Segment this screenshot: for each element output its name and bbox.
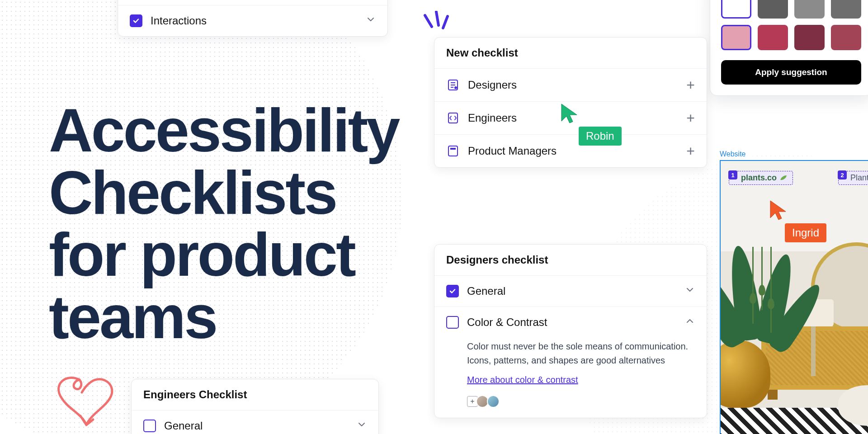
chevron-down-icon <box>685 285 695 297</box>
interactions-card: + Interactions <box>118 0 388 37</box>
color-swatch[interactable] <box>721 25 751 50</box>
color-suggestion-panel: Apply suggestion <box>710 0 868 96</box>
role-label: Engineers <box>468 112 517 124</box>
website-preview-frame: Website 1 plants.co 2 Plants <box>720 160 868 434</box>
swatch-row <box>721 25 861 50</box>
svg-point-1 <box>454 86 457 89</box>
hero-heading: Accessibility Checklists for product tea… <box>49 99 398 349</box>
color-swatch[interactable] <box>831 0 861 19</box>
tab-number-badge: 2 <box>838 170 847 179</box>
checklist-item-color-contrast[interactable]: Color & Contrast <box>434 307 707 338</box>
checklist-item-label: General <box>467 285 505 297</box>
engineers-icon <box>446 111 460 125</box>
color-swatch[interactable] <box>794 25 825 50</box>
color-swatch[interactable] <box>831 25 861 50</box>
tab-number-badge: 1 <box>728 170 737 179</box>
role-row-designers[interactable]: Designers + <box>434 68 707 101</box>
chevron-down-icon <box>366 14 376 27</box>
apply-suggestion-button[interactable]: Apply suggestion <box>721 60 861 85</box>
checklist-item-label: General <box>164 420 203 432</box>
engineers-checklist-card: Engineers Checklist General <box>131 379 379 434</box>
collaborator-name: Robin <box>586 130 614 142</box>
checklist-item-label: Color & Contrast <box>467 316 547 329</box>
tab-tag-label: plants.co <box>741 173 777 182</box>
cursor-arrow-icon <box>560 102 580 126</box>
svg-rect-3 <box>448 146 458 156</box>
checklist-item-interactions[interactable]: Interactions <box>118 5 387 36</box>
role-row-product-managers[interactable]: Product Managers + <box>434 134 707 167</box>
hero-line: teams <box>49 283 216 351</box>
checkbox-icon[interactable] <box>446 285 459 297</box>
collaborator-name: Ingrid <box>792 226 819 239</box>
add-role-button[interactable]: + <box>686 78 695 92</box>
chevron-down-icon <box>357 420 367 432</box>
role-label: Designers <box>468 79 517 91</box>
card-title: New checklist <box>434 38 707 68</box>
checklist-item-label: Interactions <box>151 14 207 27</box>
frame-label: Website <box>720 150 746 158</box>
tab-order-tag-1[interactable]: 1 plants.co <box>729 171 793 185</box>
checkbox-icon[interactable] <box>446 316 459 329</box>
avatar <box>487 395 500 408</box>
checkbox-icon[interactable] <box>130 14 142 27</box>
product-managers-icon <box>446 144 460 158</box>
chevron-up-icon <box>685 316 695 329</box>
svg-rect-4 <box>450 148 456 150</box>
color-swatch[interactable] <box>758 0 788 19</box>
cursor-arrow-icon <box>769 199 788 222</box>
hero-line: Checklists <box>49 159 336 227</box>
hero-line: Accessibility <box>49 96 398 165</box>
designers-icon <box>446 78 460 92</box>
color-swatch[interactable] <box>721 0 751 19</box>
tab-order-tag-2[interactable]: 2 Plants <box>838 171 868 185</box>
tab-tag-label: Plants <box>850 173 868 182</box>
checkbox-icon[interactable] <box>143 420 156 432</box>
checklist-item-description: Color must never be the sole means of co… <box>434 338 707 375</box>
collaborator-cursor-ingrid: Ingrid <box>785 223 826 242</box>
checklist-item-link-wrap: More about color & contrast <box>434 375 707 392</box>
role-label: Product Managers <box>468 145 557 157</box>
leaf-icon <box>779 174 788 181</box>
more-about-link[interactable]: More about color & contrast <box>467 375 578 385</box>
swatch-row <box>721 0 861 19</box>
hero-line: for product <box>49 221 354 289</box>
collaborator-cursor-robin: Robin <box>579 127 622 146</box>
card-title: Designers checklist <box>434 245 707 275</box>
designers-checklist-card: Designers checklist General Color & Cont… <box>434 244 707 418</box>
checklist-item-general[interactable]: General <box>434 275 707 307</box>
checklist-item-general[interactable]: General <box>132 410 378 434</box>
website-canvas[interactable]: 1 plants.co 2 Plants <box>720 160 868 434</box>
card-title: Engineers Checklist <box>132 379 378 410</box>
heart-doodle-icon <box>48 371 125 434</box>
avatar-row: + <box>434 392 707 418</box>
avatar-row: + <box>118 0 387 5</box>
color-swatch[interactable] <box>758 25 788 50</box>
add-role-button[interactable]: + <box>686 144 695 158</box>
room-illustration <box>721 251 868 434</box>
color-swatch[interactable] <box>794 0 825 19</box>
add-role-button[interactable]: + <box>686 111 695 125</box>
